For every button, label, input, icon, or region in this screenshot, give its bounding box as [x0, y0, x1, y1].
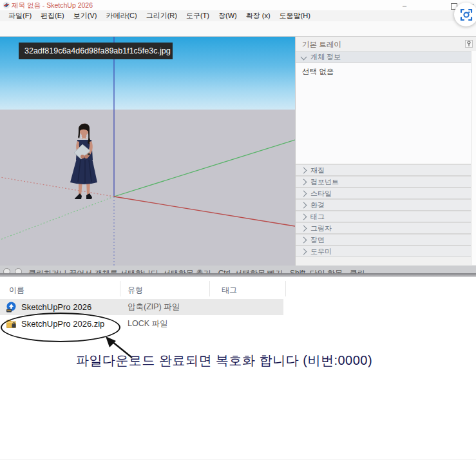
filename-overlay: 32adf819c6a4d6d98fa89ab1f1c5fe3c.jpg	[19, 43, 173, 59]
tray-section-label: 태그	[310, 212, 325, 222]
chevron-right-icon	[301, 248, 307, 255]
person-figure[interactable]	[61, 120, 109, 204]
menu-draw[interactable]: 그리기(R)	[142, 10, 182, 21]
tray-section-tags[interactable]: 태그	[296, 211, 476, 222]
menu-edit[interactable]: 편집(E)	[36, 10, 69, 21]
chevron-right-icon	[301, 190, 307, 197]
chevron-right-icon	[301, 202, 307, 208]
entity-info-body: 선택 없음	[296, 63, 476, 164]
file-type: LOCK 파일	[128, 318, 168, 329]
chevron-right-icon	[301, 179, 307, 185]
column-separator[interactable]	[120, 281, 120, 296]
default-tray-panel: 기본 트레이 개체 정보 선택 없음 재질 컴포넌트 스타일 환경	[295, 37, 476, 266]
file-explorer: 이름 유형 태그 SketchUpPro 2026 압축(ZIP) 파일	[0, 277, 476, 464]
tray-section-entity-info[interactable]: 개체 정보	[296, 51, 476, 63]
viewport[interactable]	[0, 37, 295, 266]
zip-installer-icon	[6, 302, 17, 313]
chevron-down-icon	[301, 54, 307, 61]
screen-capture-icon	[460, 8, 473, 21]
file-type: 압축(ZIP) 파일	[128, 302, 180, 313]
menu-bar: 파일(F) 편집(E) 보기(V) 카메라(C) 그리기(R) 도구(T) 창(…	[0, 10, 476, 21]
window-title: 제목 없음 - SketchUp 2026	[12, 1, 93, 10]
chevron-right-icon	[301, 167, 307, 173]
geolocation-icon[interactable]	[3, 268, 10, 273]
selection-status: 선택 없음	[302, 67, 334, 77]
menu-help[interactable]: 도움말(H)	[275, 10, 315, 21]
menu-tools[interactable]: 도구(T)	[182, 10, 214, 21]
tray-section-environment[interactable]: 환경	[296, 199, 476, 211]
status-hint: 클릭하거나 끌어서 객체를 선택합니다. 선택항목 추가 - Ctrl. 선택항…	[28, 268, 365, 273]
chevron-right-icon	[301, 237, 307, 243]
tray-section-instructor[interactable]: 도우미	[296, 246, 476, 257]
credits-icon[interactable]	[15, 268, 22, 273]
title-bar: 제목 없음 - SketchUp 2026 – ×	[0, 0, 476, 10]
pin-icon[interactable]	[465, 40, 473, 48]
tray-section-label: 도우미	[310, 247, 332, 256]
tray-title: 기본 트레이	[302, 40, 341, 50]
menu-file[interactable]: 파일(F)	[4, 10, 36, 21]
menu-view[interactable]: 보기(V)	[69, 10, 102, 21]
tray-section-label: 스타일	[310, 189, 332, 198]
tray-section-styles[interactable]: 스타일	[296, 188, 476, 199]
viewport-axes	[0, 37, 295, 266]
tray-section-label: 장면	[310, 235, 325, 245]
tray-section-label: 컴포넌트	[310, 177, 339, 187]
page-bottom-divider	[0, 459, 476, 459]
menu-extensions[interactable]: 확장 (x)	[242, 10, 275, 21]
column-separator[interactable]	[285, 281, 286, 296]
tray-section-label: 그림자	[310, 224, 332, 233]
screenshot-root: 제목 없음 - SketchUp 2026 – × 파일(F) 편집(E) 보기…	[0, 0, 476, 464]
column-header-tags[interactable]: 태그	[222, 285, 237, 296]
file-name: SketchUpPro 2026	[21, 302, 91, 312]
column-header-type[interactable]: 유형	[128, 285, 143, 296]
column-separator[interactable]	[209, 281, 210, 296]
chevron-right-icon	[301, 225, 307, 231]
minimize-button[interactable]: –	[401, 1, 408, 9]
tray-section-label: 개체 정보	[310, 52, 341, 62]
chevron-right-icon	[301, 213, 307, 220]
annotation-text: 파일다운로드 완료되면 복호화 합니다 (비번:0000)	[76, 352, 372, 369]
tray-section-label: 재질	[310, 166, 325, 175]
status-bar: 클릭하거나 끌어서 객체를 선택합니다. 선택항목 추가 - Ctrl. 선택항…	[0, 266, 476, 273]
menu-window[interactable]: 창(W)	[214, 10, 242, 21]
tray-section-materials[interactable]: 재질	[296, 164, 476, 176]
tray-section-label: 환경	[310, 200, 325, 210]
tray-section-shadows[interactable]: 그림자	[296, 222, 476, 234]
sketchup-logo-icon	[3, 1, 10, 9]
column-header-name[interactable]: 이름	[9, 285, 24, 296]
screen-capture-button[interactable]	[454, 3, 476, 26]
tray-section-components[interactable]: 컴포넌트	[296, 176, 476, 188]
tray-section-scenes[interactable]: 장면	[296, 234, 476, 246]
toolbar: ▾ 32adf819c6a4d6d98fa89ab1f1c5fe3c.jpg	[0, 21, 476, 37]
tray-scrollbar[interactable]	[471, 51, 476, 265]
menu-camera[interactable]: 카메라(C)	[101, 10, 141, 21]
